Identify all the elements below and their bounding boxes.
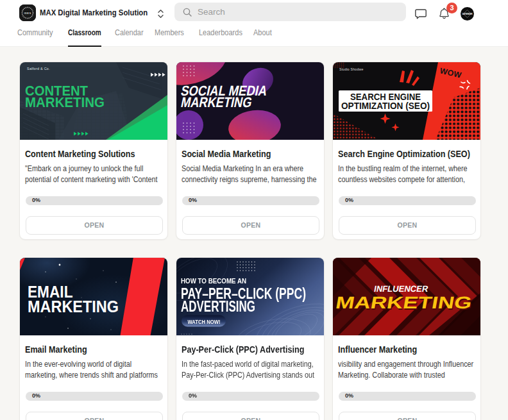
svg-text:MARKETING: MARKETING — [25, 94, 105, 110]
svg-text:Salford & Co.: Salford & Co. — [27, 67, 50, 71]
svg-text:HOW TO BECOME AN: HOW TO BECOME AN — [181, 277, 246, 285]
svg-text:MARKETING: MARKETING — [334, 294, 473, 313]
svg-text:ADVERTISING: ADVERTISING — [181, 298, 255, 315]
svg-text:OPTIMIZATION (SEO): OPTIMIZATION (SEO) — [341, 101, 430, 111]
svg-text:IDES: IDES — [24, 12, 31, 15]
svg-text:Studio Shodwe: Studio Shodwe — [339, 67, 364, 71]
svg-text:INFLUENCER: INFLUENCER — [373, 285, 429, 294]
svg-text:WATCH NOW!: WATCH NOW! — [188, 318, 221, 325]
svg-text:MARKETING: MARKETING — [180, 94, 253, 110]
svg-text:MARKETING: MARKETING — [28, 298, 119, 315]
